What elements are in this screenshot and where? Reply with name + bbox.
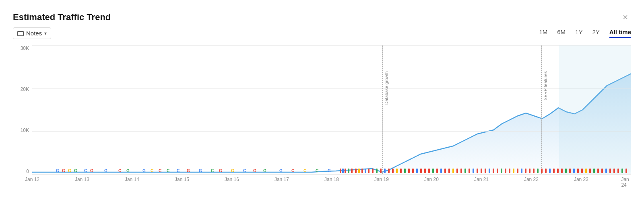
filter-1y[interactable]: 1Y xyxy=(575,29,582,38)
svg-rect-80 xyxy=(545,169,547,173)
annotation-line-database xyxy=(382,45,383,174)
filter-1m[interactable]: 1M xyxy=(539,29,547,38)
y-label-10k: 10K xyxy=(21,128,29,133)
svg-text:C: C xyxy=(291,169,294,173)
highlight-region xyxy=(559,45,631,174)
x-label-jan20: Jan 20 xyxy=(424,177,439,182)
svg-rect-79 xyxy=(541,169,543,173)
svg-rect-68 xyxy=(497,169,498,173)
filter-6m[interactable]: 6M xyxy=(557,29,566,38)
svg-rect-82 xyxy=(553,169,555,173)
svg-text:C: C xyxy=(159,169,161,173)
svg-rect-59 xyxy=(460,169,462,173)
svg-rect-58 xyxy=(456,169,458,173)
x-label-jan16: Jan 16 xyxy=(225,177,239,182)
svg-text:G: G xyxy=(56,169,59,173)
svg-rect-29 xyxy=(345,169,346,173)
svg-rect-60 xyxy=(464,169,466,173)
svg-rect-87 xyxy=(573,169,575,173)
svg-rect-67 xyxy=(493,169,494,173)
svg-rect-50 xyxy=(424,169,426,173)
svg-rect-48 xyxy=(416,169,418,173)
svg-rect-83 xyxy=(557,169,559,173)
svg-text:C: C xyxy=(151,169,153,173)
svg-text:G: G xyxy=(68,169,71,173)
svg-rect-73 xyxy=(517,169,518,173)
svg-rect-34 xyxy=(361,169,363,173)
svg-rect-51 xyxy=(428,169,430,173)
x-label-jan12: Jan 12 xyxy=(25,177,39,182)
svg-rect-72 xyxy=(513,169,514,173)
svg-rect-65 xyxy=(485,169,486,173)
svg-rect-36 xyxy=(368,169,369,173)
svg-rect-69 xyxy=(501,169,502,173)
svg-rect-31 xyxy=(351,169,353,173)
x-label-jan21: Jan 21 xyxy=(474,177,489,182)
svg-text:G: G xyxy=(62,169,65,173)
svg-text:G: G xyxy=(328,169,331,173)
svg-rect-61 xyxy=(469,169,470,173)
annotation-label-database: Database growth xyxy=(384,71,389,105)
svg-text:G: G xyxy=(279,169,283,173)
filter-all-time[interactable]: All time xyxy=(609,29,631,38)
svg-rect-55 xyxy=(444,169,446,173)
svg-rect-88 xyxy=(577,169,579,173)
svg-rect-92 xyxy=(593,169,595,173)
x-label-jan19: Jan 19 xyxy=(374,177,389,182)
svg-text:C: C xyxy=(118,169,121,173)
svg-rect-54 xyxy=(440,169,442,173)
svg-rect-96 xyxy=(609,169,611,173)
annotation-line-serp xyxy=(541,45,542,174)
svg-rect-47 xyxy=(412,169,414,173)
svg-text:G: G xyxy=(199,169,202,173)
svg-rect-78 xyxy=(537,169,539,173)
y-axis: 30K 20K 10K 0 xyxy=(13,45,32,174)
svg-rect-76 xyxy=(529,169,530,173)
svg-rect-84 xyxy=(561,169,563,173)
svg-rect-74 xyxy=(521,169,522,173)
notes-icon xyxy=(17,31,24,36)
svg-rect-35 xyxy=(365,169,366,173)
svg-rect-66 xyxy=(489,169,490,173)
filter-2y[interactable]: 2Y xyxy=(592,29,599,38)
y-label-0: 0 xyxy=(26,169,29,174)
svg-text:G: G xyxy=(74,169,77,173)
time-filters: 1M 6M 1Y 2Y All time xyxy=(539,29,631,38)
svg-text:C: C xyxy=(211,169,214,173)
svg-rect-91 xyxy=(589,169,591,173)
x-label-jan23: Jan 23 xyxy=(574,177,588,182)
svg-rect-30 xyxy=(348,169,349,173)
svg-rect-32 xyxy=(355,169,357,173)
svg-text:G: G xyxy=(104,169,107,173)
svg-rect-81 xyxy=(549,169,551,173)
svg-text:G: G xyxy=(263,169,266,173)
y-label-30k: 30K xyxy=(21,45,29,51)
svg-text:G: G xyxy=(253,169,256,173)
svg-rect-70 xyxy=(505,169,506,173)
svg-rect-43 xyxy=(396,169,398,173)
svg-rect-44 xyxy=(400,169,402,173)
svg-text:G: G xyxy=(90,169,93,173)
svg-rect-77 xyxy=(533,169,535,173)
svg-rect-39 xyxy=(380,169,382,173)
svg-rect-49 xyxy=(420,169,422,173)
svg-rect-89 xyxy=(581,169,583,173)
svg-rect-62 xyxy=(473,169,474,173)
svg-text:C: C xyxy=(84,169,87,173)
svg-rect-95 xyxy=(605,169,607,173)
header-row: Estimated Traffic Trend × xyxy=(13,11,631,23)
toolbar-row: Notes ▾ 1M 6M 1Y 2Y All time xyxy=(13,27,631,39)
svg-text:G: G xyxy=(126,169,130,173)
svg-rect-28 xyxy=(342,169,344,173)
svg-rect-27 xyxy=(340,169,341,173)
svg-rect-94 xyxy=(601,169,603,173)
close-button[interactable]: × xyxy=(619,11,631,23)
svg-text:G: G xyxy=(231,169,234,173)
svg-text:G: G xyxy=(142,169,146,173)
svg-rect-41 xyxy=(388,169,390,173)
svg-rect-57 xyxy=(452,169,454,173)
notes-button[interactable]: Notes ▾ xyxy=(13,27,51,39)
svg-rect-63 xyxy=(477,169,478,173)
svg-text:C: C xyxy=(177,169,180,173)
svg-rect-93 xyxy=(597,169,599,173)
